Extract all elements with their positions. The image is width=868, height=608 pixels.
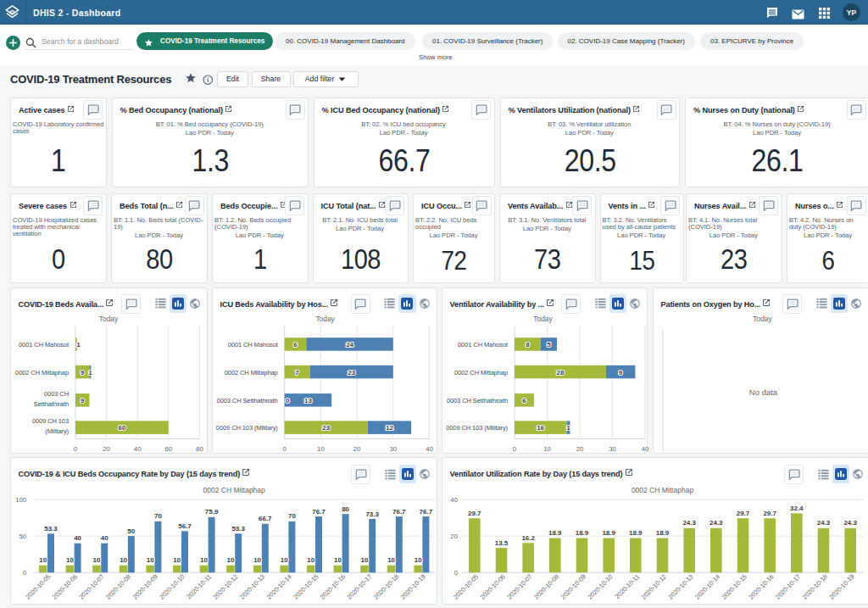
svg-text:2020-10-08: 2020-10-08 [532,573,560,601]
svg-text:56.7: 56.7 [178,522,192,530]
svg-text:76.7: 76.7 [312,508,326,516]
svg-text:70: 70 [154,512,162,520]
svg-text:10: 10 [173,556,181,564]
svg-text:0: 0 [74,445,78,453]
svg-text:20: 20 [450,533,458,540]
svg-text:Today: Today [99,315,119,323]
svg-text:24: 24 [346,341,353,349]
svg-text:0: 0 [454,569,459,577]
svg-text:18.9: 18.9 [629,529,643,537]
svg-text:0009 CH 103 (Military): 0009 CH 103 (Military) [216,424,278,432]
svg-text:40: 40 [426,445,433,453]
svg-text:2020-10-11: 2020-10-11 [613,573,641,601]
svg-text:0: 0 [23,569,27,577]
svg-text:24.3: 24.3 [709,519,723,527]
svg-text:10: 10 [120,556,127,564]
svg-text:40: 40 [450,496,458,504]
svg-text:100: 100 [15,496,27,504]
svg-text:40: 40 [134,445,142,453]
svg-text:Today: Today [315,315,335,323]
svg-text:29.7: 29.7 [763,510,776,517]
svg-text:2020-10-15: 2020-10-15 [721,573,748,601]
svg-text:2020-10-07: 2020-10-07 [505,573,533,601]
svg-text:40: 40 [642,445,649,453]
svg-text:20: 20 [576,445,584,453]
svg-text:2020-10-13: 2020-10-13 [238,573,266,601]
svg-text:16.2: 16.2 [521,534,535,542]
svg-text:8: 8 [526,341,530,349]
svg-text:No data: No data [749,388,778,397]
svg-text:30: 30 [609,445,616,453]
svg-text:18.9: 18.9 [656,529,670,537]
svg-text:0001 CH Mahosot: 0001 CH Mahosot [458,341,509,349]
svg-text:0009 CH 103 (Military): 0009 CH 103 (Military) [446,424,508,432]
svg-text:23: 23 [348,369,355,377]
svg-text:1: 1 [566,424,570,432]
svg-text:1: 1 [88,369,92,377]
svg-text:16: 16 [537,424,544,432]
svg-text:20: 20 [353,445,361,453]
svg-text:28: 28 [556,369,564,377]
svg-text:2020-10-09: 2020-10-09 [131,573,159,601]
svg-text:2020-10-09: 2020-10-09 [559,573,587,601]
svg-text:80: 80 [342,505,349,513]
svg-text:2020-10-05: 2020-10-05 [452,573,480,601]
svg-text:0002 CH Mittaphap: 0002 CH Mittaphap [454,369,508,377]
svg-text:10: 10 [200,556,208,564]
svg-text:0002 CH Mittaphap: 0002 CH Mittaphap [203,486,266,494]
svg-text:23: 23 [322,424,330,432]
svg-text:2020-10-15: 2020-10-15 [292,573,320,601]
svg-text:10: 10 [415,556,422,564]
svg-text:13: 13 [304,397,312,404]
svg-text:Setthathirath: Setthathirath [34,400,69,408]
svg-text:10: 10 [281,556,288,564]
svg-text:9: 9 [81,369,85,377]
svg-text:0003 CH Setthathirath: 0003 CH Setthathirath [447,397,508,404]
svg-text:2020-10-19: 2020-10-19 [827,573,855,601]
svg-text:2020-10-12: 2020-10-12 [211,573,239,601]
svg-text:Today: Today [533,315,553,323]
svg-text:18.9: 18.9 [602,529,615,537]
svg-text:0009 CH 103: 0009 CH 103 [32,417,69,425]
svg-text:2020-10-18: 2020-10-18 [372,573,400,601]
svg-text:73.3: 73.3 [365,510,379,518]
svg-text:66.7: 66.7 [259,515,272,522]
svg-text:2020-10-06: 2020-10-06 [479,573,507,601]
svg-text:53.3: 53.3 [231,525,245,533]
svg-text:0003 CH: 0003 CH [44,390,69,398]
svg-text:2020-10-16: 2020-10-16 [319,573,347,601]
svg-text:10: 10 [307,556,314,564]
svg-text:5: 5 [547,341,551,349]
svg-text:10: 10 [543,445,551,453]
svg-text:12: 12 [386,424,393,432]
svg-text:10: 10 [147,556,154,564]
svg-text:24.3: 24.3 [843,519,857,527]
svg-text:0: 0 [513,445,517,453]
svg-text:0: 0 [286,397,290,404]
svg-text:1: 1 [76,341,81,349]
svg-text:2020-10-05: 2020-10-05 [24,573,52,601]
svg-text:13.5: 13.5 [495,539,509,547]
svg-text:75.9: 75.9 [205,508,219,516]
svg-text:70: 70 [288,512,296,520]
svg-text:10: 10 [334,556,342,564]
svg-text:0001 CH Mahosot: 0001 CH Mahosot [228,341,279,349]
svg-text:18.9: 18.9 [548,529,562,537]
svg-text:2020-10-13: 2020-10-13 [666,573,694,601]
svg-text:6: 6 [293,341,298,349]
svg-text:0002 CH Mittaphap: 0002 CH Mittaphap [225,369,278,377]
svg-text:10: 10 [387,556,395,564]
svg-text:2020-10-10: 2020-10-10 [158,573,186,601]
svg-text:9: 9 [619,369,623,377]
svg-text:76.7: 76.7 [392,508,406,516]
svg-text:50: 50 [19,533,27,540]
svg-text:76.7: 76.7 [420,508,433,516]
svg-text:10: 10 [361,556,369,564]
svg-text:2020-10-10: 2020-10-10 [586,573,614,601]
svg-text:2020-10-17: 2020-10-17 [345,573,373,601]
svg-text:9: 9 [81,397,85,404]
svg-text:20: 20 [103,445,110,453]
svg-text:7: 7 [295,369,299,377]
svg-text:2020-10-17: 2020-10-17 [774,573,802,601]
svg-text:0003 CH Setthathirath: 0003 CH Setthathirath [217,397,278,404]
